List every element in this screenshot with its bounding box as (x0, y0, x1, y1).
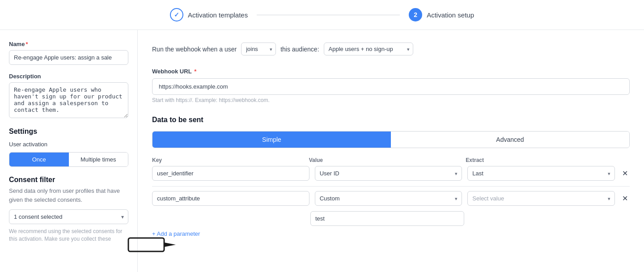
audience-select-wrapper: Apple users + no sign-up (324, 42, 413, 55)
once-button[interactable]: Once (9, 153, 69, 166)
col-value-header: Value (309, 157, 461, 163)
webhook-url-hint: Start with https://. Example: https://we… (152, 97, 630, 103)
step2: 2 Activation setup (409, 8, 474, 21)
param2-key-input[interactable] (152, 191, 309, 206)
param1-key-input[interactable] (152, 166, 309, 181)
user-activation-label: User activation (9, 141, 128, 148)
description-label: Description (9, 73, 128, 80)
param1-delete-button[interactable]: ✕ (620, 168, 630, 179)
param1-extract-select[interactable]: Last First All (467, 166, 615, 181)
tab-simple[interactable]: Simple (153, 132, 391, 148)
consent-select[interactable]: 1 consent selected All consents 2 consen… (9, 209, 128, 224)
custom-value-row (152, 211, 630, 226)
webhook-url-label: Webhook URL * (152, 68, 630, 75)
param2-extract-select[interactable]: Select value Option 1 Option 2 (467, 191, 615, 206)
col-key-header: Key (152, 157, 304, 163)
content-area: Run the webhook when a user joins leaves… (138, 30, 644, 272)
data-section-title: Data to be sent (152, 116, 630, 124)
param2-value-select[interactable]: User ID Email Custom (315, 191, 462, 206)
consent-desc: Send data only from user profiles that h… (9, 187, 128, 204)
name-input[interactable] (9, 50, 128, 65)
param2-value-wrapper: User ID Email Custom (315, 191, 462, 206)
param2-spacer (152, 212, 305, 225)
step1-check: ✓ (174, 11, 179, 18)
description-field-group: Description Re-engage Apple users who ha… (9, 73, 128, 119)
trigger-join-select[interactable]: joins leaves (241, 42, 276, 55)
name-label: Name* (9, 41, 128, 47)
data-tab-row: Simple Advanced (152, 131, 630, 148)
col-extract-header: Extract (466, 157, 617, 163)
sidebar: Name* Description Re-engage Apple users … (0, 30, 138, 272)
step2-circle: 2 (409, 8, 422, 21)
name-field-group: Name* (9, 41, 128, 65)
nav-line (257, 15, 400, 15)
step2-label: Activation setup (427, 11, 474, 19)
param-divider (152, 186, 630, 187)
consent-section: Consent filter Send data only from user … (9, 176, 128, 243)
consent-select-wrapper: 1 consent selected All consents 2 consen… (9, 209, 128, 224)
user-activation-toggle: Once Multiple times (9, 152, 128, 167)
webhook-url-input[interactable] (152, 78, 630, 95)
trigger-join-wrapper: joins leaves (241, 42, 276, 55)
trigger-text-before: Run the webhook when a user (152, 46, 237, 53)
param2-delete-button[interactable]: ✕ (620, 193, 630, 204)
trigger-text-after: this audience: (280, 46, 319, 53)
audience-select[interactable]: Apple users + no sign-up (324, 42, 413, 55)
tab-advanced[interactable]: Advanced (391, 132, 629, 148)
wizard-nav: ✓ Activation templates 2 Activation setu… (0, 0, 644, 30)
param1-value-select[interactable]: User ID Email Custom (315, 166, 462, 181)
param2-custom-value-input[interactable] (310, 211, 464, 226)
add-param-button[interactable]: + Add a parameter (152, 229, 200, 239)
step1: ✓ Activation templates (170, 8, 248, 21)
param-row-2: User ID Email Custom Select value Option… (152, 191, 630, 206)
add-param-label: + Add a parameter (152, 230, 200, 237)
consent-title: Consent filter (9, 176, 128, 184)
consent-note: We recommend using the selected consents… (9, 228, 128, 243)
webhook-trigger-row: Run the webhook when a user joins leaves… (152, 42, 630, 55)
param1-extract-wrapper: Last First All (467, 166, 615, 181)
webhook-url-section: Webhook URL * Start with https://. Examp… (152, 68, 630, 103)
main-layout: Name* Description Re-engage Apple users … (0, 30, 644, 272)
col-headers: Key Value Extract (152, 157, 630, 163)
param2-extract-wrapper: Select value Option 1 Option 2 (467, 191, 615, 206)
param1-value-wrapper: User ID Email Custom (315, 166, 462, 181)
step2-number: 2 (414, 11, 417, 18)
multiple-times-button[interactable]: Multiple times (69, 153, 128, 166)
settings-title: Settings (9, 128, 128, 136)
step1-label: Activation templates (188, 11, 248, 19)
description-input[interactable]: Re-engage Apple users who haven't sign u… (9, 82, 128, 118)
step1-circle: ✓ (170, 8, 183, 21)
param-row-1: User ID Email Custom Last First All ✕ (152, 166, 630, 181)
